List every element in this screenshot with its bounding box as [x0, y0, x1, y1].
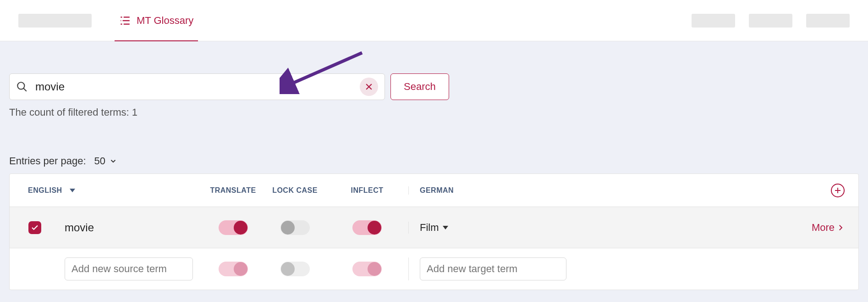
entries-per-page-label: Entries per page: — [9, 155, 86, 167]
target-term: Film — [420, 222, 439, 234]
more-label: More — [812, 222, 835, 234]
close-icon — [364, 82, 374, 91]
source-language-header[interactable]: ENGLISH — [28, 186, 75, 195]
lock-case-header: LOCK CASE — [264, 186, 326, 195]
target-term-dropdown[interactable]: Film — [420, 222, 448, 234]
lock-case-toggle[interactable] — [280, 262, 310, 276]
entries-per-page-select[interactable]: 50 — [94, 155, 117, 167]
svg-point-7 — [17, 82, 24, 89]
translate-toggle[interactable] — [219, 220, 248, 235]
search-button[interactable]: Search — [390, 73, 449, 100]
search-row: Search — [9, 73, 859, 100]
table-add-row — [10, 248, 858, 290]
glossary-table: ENGLISH TRANSLATE LOCK CASE INFLECT GERM… — [9, 173, 859, 290]
tab-placeholder[interactable] — [18, 14, 92, 28]
search-icon — [16, 81, 28, 93]
clear-search-button[interactable] — [360, 78, 378, 96]
tab-mt-glossary[interactable]: MT Glossary — [115, 1, 198, 42]
more-button[interactable]: More — [812, 222, 845, 234]
plus-icon — [834, 186, 842, 195]
chevron-right-icon — [836, 224, 845, 232]
add-target-term-input[interactable] — [420, 257, 566, 280]
inflect-header: INFLECT — [326, 186, 408, 195]
add-language-button[interactable] — [831, 184, 845, 197]
search-box — [9, 73, 385, 100]
entries-per-page-row: Entries per page: 50 — [9, 155, 859, 167]
tab-placeholder[interactable] — [806, 14, 850, 28]
chevron-down-icon — [109, 157, 117, 165]
top-bar-right — [692, 14, 850, 28]
inflect-toggle[interactable] — [352, 262, 382, 276]
search-input[interactable] — [35, 80, 360, 93]
inflect-toggle[interactable] — [352, 220, 382, 235]
tab-label: MT Glossary — [137, 15, 193, 27]
tab-placeholder[interactable] — [692, 14, 735, 28]
svg-line-8 — [23, 88, 26, 91]
glossary-list-icon — [119, 15, 131, 27]
top-bar: MT Glossary — [0, 0, 868, 41]
caret-down-icon — [70, 189, 75, 192]
caret-down-icon — [443, 226, 448, 229]
translate-header: TRANSLATE — [202, 186, 264, 195]
tab-placeholder[interactable] — [749, 14, 792, 28]
translate-toggle[interactable] — [219, 262, 248, 276]
page-body: Search The count of filtered terms: 1 En… — [0, 41, 868, 302]
target-language-label: GERMAN — [420, 186, 454, 195]
filter-count-text: The count of filtered terms: 1 — [9, 106, 859, 118]
row-checkbox[interactable] — [28, 221, 41, 234]
lock-case-toggle[interactable] — [280, 220, 310, 235]
entries-per-page-value: 50 — [94, 155, 105, 167]
check-icon — [31, 224, 39, 232]
table-header-row: ENGLISH TRANSLATE LOCK CASE INFLECT GERM… — [10, 174, 858, 207]
source-language-label: ENGLISH — [28, 186, 62, 195]
target-language-header: GERMAN — [408, 186, 799, 195]
table-row: movie Film More — [10, 207, 858, 248]
source-term: movie — [65, 221, 94, 234]
add-source-term-input[interactable] — [65, 257, 193, 280]
